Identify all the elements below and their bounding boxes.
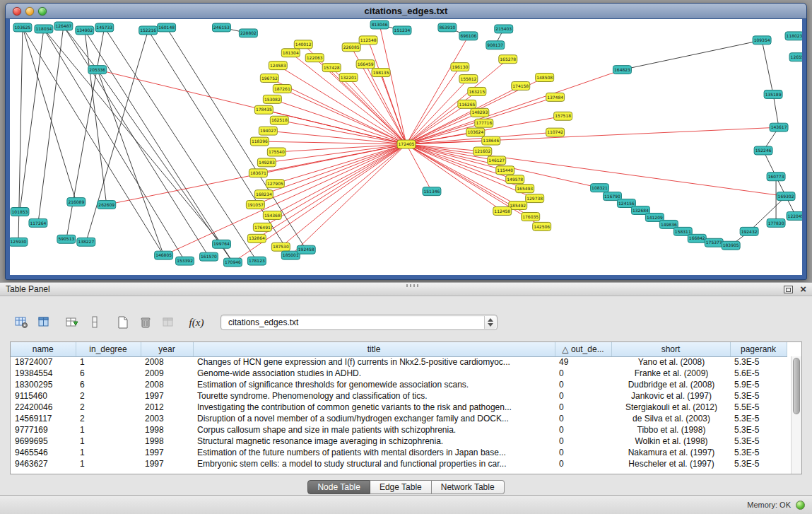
network-node[interactable]: 198135: [372, 69, 390, 77]
column-header-pagerank[interactable]: pagerank: [730, 342, 787, 356]
network-node[interactable]: 168234: [254, 190, 273, 199]
table-scrollbar[interactable]: [791, 356, 801, 474]
table-row[interactable]: 946362711997Embryonic stem cells: a mode…: [11, 458, 787, 469]
network-node[interactable]: 151346: [423, 187, 441, 196]
network-node[interactable]: 165278: [499, 55, 517, 64]
network-node[interactable]: 194027: [259, 127, 277, 135]
window-zoom-button[interactable]: [38, 7, 47, 16]
network-canvas-svg[interactable]: 1724051813041245831967521872611530821784…: [10, 19, 802, 275]
network-node[interactable]: 172405: [397, 140, 416, 148]
table-settings-icon[interactable]: [11, 313, 31, 332]
tab-node-table[interactable]: Node Table: [307, 480, 370, 494]
table-selector-combobox[interactable]: citations_edges.txt: [220, 315, 498, 330]
network-node[interactable]: 176035: [522, 212, 540, 221]
network-node[interactable]: 175377: [705, 238, 723, 247]
network-node[interactable]: 192432: [740, 227, 758, 235]
network-node[interactable]: 174158: [512, 82, 530, 90]
network-node[interactable]: 177830: [767, 218, 785, 227]
import-table-icon[interactable]: [158, 313, 178, 332]
table-row[interactable]: 1456911722003Disruption of a novel membe…: [11, 413, 787, 424]
network-node[interactable]: 149283: [257, 158, 276, 167]
network-node[interactable]: 813046: [370, 21, 389, 29]
network-node[interactable]: 183905: [722, 241, 740, 250]
network-node[interactable]: 161570: [200, 252, 218, 261]
table-scrollbar-thumb[interactable]: [793, 358, 800, 414]
network-node[interactable]: 178123: [247, 257, 266, 265]
network-node[interactable]: 118023: [785, 32, 802, 40]
combobox-stepper-icon[interactable]: [484, 316, 496, 329]
column-header-year[interactable]: year: [141, 342, 193, 356]
network-node[interactable]: 117264: [29, 218, 47, 227]
network-node[interactable]: 103624: [466, 128, 485, 136]
network-node[interactable]: 196752: [260, 74, 278, 83]
table-row[interactable]: 946554611997Estimation of the future num…: [11, 447, 787, 458]
network-node[interactable]: 103625: [13, 23, 32, 32]
network-node[interactable]: 215403: [495, 25, 513, 33]
network-window-titlebar[interactable]: citations_edges.txt: [6, 4, 806, 19]
column-header-in_degree[interactable]: in_degree: [76, 342, 141, 356]
network-node[interactable]: 187530: [271, 243, 290, 251]
network-node[interactable]: 143617: [770, 123, 788, 132]
network-node[interactable]: 169302: [777, 192, 795, 201]
network-window[interactable]: citations_edges.txt 17240518130412458319…: [5, 3, 807, 280]
network-node[interactable]: 129738: [526, 194, 544, 203]
network-node[interactable]: 160773: [767, 173, 785, 181]
network-node[interactable]: 146805: [155, 251, 173, 259]
network-node[interactable]: 262609: [98, 201, 116, 209]
network-node[interactable]: 101853: [11, 208, 29, 216]
table-row[interactable]: 2242004622012Investigating the contribut…: [11, 402, 787, 413]
network-node[interactable]: 112548: [359, 36, 377, 45]
column-header-short[interactable]: short: [611, 342, 730, 356]
table-row[interactable]: 1938455462009Genome-wide association stu…: [11, 368, 787, 379]
network-node[interactable]: 140012: [294, 40, 312, 49]
network-node[interactable]: 148293: [471, 108, 489, 117]
tab-edge-table[interactable]: Edge Table: [370, 480, 432, 494]
network-node[interactable]: 109354: [753, 36, 771, 45]
new-table-icon[interactable]: [113, 313, 133, 332]
network-node[interactable]: 181304: [281, 49, 300, 57]
network-node[interactable]: 166459: [356, 60, 375, 69]
network-node[interactable]: 177716: [475, 119, 493, 127]
network-node[interactable]: 135189: [764, 90, 782, 98]
float-panel-icon[interactable]: [784, 286, 793, 293]
network-node[interactable]: 192458: [297, 245, 315, 254]
network-node[interactable]: 148508: [536, 74, 554, 82]
table-row[interactable]: 1872400712008Changes of HCN gene express…: [11, 356, 787, 368]
network-node[interactable]: 165493: [516, 185, 534, 193]
network-node[interactable]: 121602: [473, 147, 492, 156]
network-node[interactable]: 151234: [393, 26, 411, 35]
network-node[interactable]: 122045: [787, 211, 802, 220]
network-node[interactable]: 142506: [533, 222, 551, 230]
network-node[interactable]: 166842: [688, 234, 706, 243]
network-node[interactable]: 115440: [496, 166, 514, 175]
network-node[interactable]: 118034: [35, 25, 53, 33]
network-node[interactable]: 153082: [263, 95, 281, 103]
column-header-title[interactable]: title: [193, 342, 555, 356]
network-node[interactable]: 160148: [158, 23, 176, 32]
network-node[interactable]: 122063: [305, 54, 324, 62]
network-node[interactable]: 118396: [250, 137, 269, 146]
network-node[interactable]: 127905: [266, 180, 284, 188]
network-node[interactable]: 108321: [591, 184, 609, 192]
row-height-icon[interactable]: [85, 313, 105, 332]
network-node[interactable]: 863910: [438, 23, 457, 32]
network-node[interactable]: 145733: [95, 23, 114, 32]
network-node[interactable]: 246153: [212, 23, 230, 32]
network-node[interactable]: 176491: [253, 223, 271, 231]
network-node[interactable]: 696106: [459, 32, 478, 40]
column-header-out_de[interactable]: △ out_de...: [555, 342, 611, 356]
column-header-name[interactable]: name: [11, 342, 76, 356]
table-row[interactable]: 977716911998Corpus callosum shape and si…: [11, 424, 787, 436]
network-node[interactable]: 126487: [54, 22, 73, 30]
table-row[interactable]: 1830029562008Estimation of significance …: [11, 379, 787, 390]
function-builder-icon[interactable]: f(x): [187, 313, 206, 332]
network-node[interactable]: 205336: [88, 66, 107, 74]
network-node[interactable]: 146127: [488, 156, 506, 165]
network-node[interactable]: 178435: [254, 105, 273, 114]
window-close-button[interactable]: [13, 7, 21, 16]
table-row[interactable]: 969969511998Structural magnetic resonanc…: [11, 436, 787, 447]
network-node[interactable]: 187261: [273, 84, 291, 93]
network-node[interactable]: 138227: [77, 238, 95, 246]
network-node[interactable]: 170946: [223, 258, 242, 267]
network-node[interactable]: 125930: [10, 238, 28, 246]
